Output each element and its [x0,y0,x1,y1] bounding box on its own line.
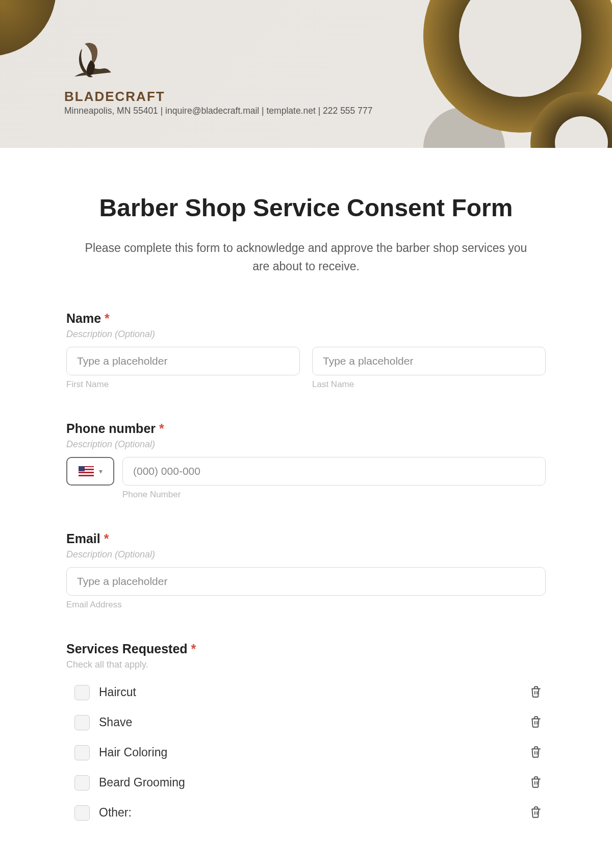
delete-option-button[interactable] [527,682,545,702]
required-asterisk: * [159,421,164,436]
name-label: Name * [66,311,546,326]
service-option-label: Shave [99,716,132,729]
header-banner: BLADECRAFT Minneapolis, MN 55401 | inqui… [0,0,612,148]
brand-name: BLADECRAFT [64,89,372,105]
last-name-input[interactable] [312,347,546,375]
email-label-text: Email [66,531,100,546]
required-asterisk: * [191,642,196,656]
delete-option-button[interactable] [527,743,545,762]
checkbox-beard-grooming[interactable] [74,775,90,790]
phone-field-group: Phone number * Description (Optional) ▾ … [66,421,546,500]
phone-input[interactable] [122,457,546,486]
trash-icon [529,684,543,699]
checkbox-shave[interactable] [74,715,90,730]
form-title: Barber Shop Service Consent Form [66,194,546,222]
phone-label-text: Phone number [66,421,156,436]
trash-icon [529,805,543,819]
first-name-sublabel: First Name [66,379,300,390]
trash-icon [529,745,543,759]
first-name-input[interactable] [66,347,300,375]
email-description: Description (Optional) [66,549,546,560]
service-option-row: Beard Grooming [66,768,546,798]
email-label: Email * [66,531,546,546]
service-option-row: Hair Coloring [66,737,546,768]
brand-block: BLADECRAFT Minneapolis, MN 55401 | inqui… [64,40,372,116]
brand-logo [64,40,372,86]
trash-icon [529,775,543,789]
checkbox-other[interactable] [74,805,90,821]
phone-label: Phone number * [66,421,546,436]
name-label-text: Name [66,311,101,325]
checkbox-hair-coloring[interactable] [74,745,90,760]
email-sublabel: Email Address [66,600,546,610]
name-field-group: Name * Description (Optional) First Name… [66,311,546,390]
phone-description: Description (Optional) [66,439,546,450]
required-asterisk: * [104,531,109,546]
us-flag-icon [79,466,94,476]
trash-icon [529,714,543,729]
service-option-label: Haircut [99,685,136,699]
service-option-label: Beard Grooming [99,776,185,789]
country-code-select[interactable]: ▾ [66,457,114,486]
form-content: Barber Shop Service Consent Form Please … [0,148,612,868]
delete-option-button[interactable] [527,803,545,823]
checkbox-haircut[interactable] [74,685,90,700]
services-description: Check all that apply. [66,659,546,670]
chevron-down-icon: ▾ [99,467,103,475]
phone-sublabel: Phone Number [122,490,546,500]
email-input[interactable] [66,567,546,596]
delete-option-button[interactable] [527,773,545,793]
services-label-text: Services Requested [66,642,188,656]
service-option-row: Haircut [66,677,546,707]
service-option-label: Hair Coloring [99,746,167,759]
service-option-label: Other: [99,806,132,820]
brand-contact: Minneapolis, MN 55401 | inquire@bladecra… [64,106,372,116]
email-field-group: Email * Description (Optional) Email Add… [66,531,546,610]
last-name-sublabel: Last Name [312,379,546,390]
name-description: Description (Optional) [66,329,546,340]
service-option-row: Other: [66,798,546,828]
form-subtitle: Please complete this form to acknowledge… [76,239,536,275]
required-asterisk: * [105,311,110,325]
services-field-group: Services Requested * Check all that appl… [66,642,546,828]
service-option-row: Shave [66,707,546,737]
decorative-circle [0,0,56,56]
services-label: Services Requested * [66,642,546,656]
delete-option-button[interactable] [527,712,545,732]
